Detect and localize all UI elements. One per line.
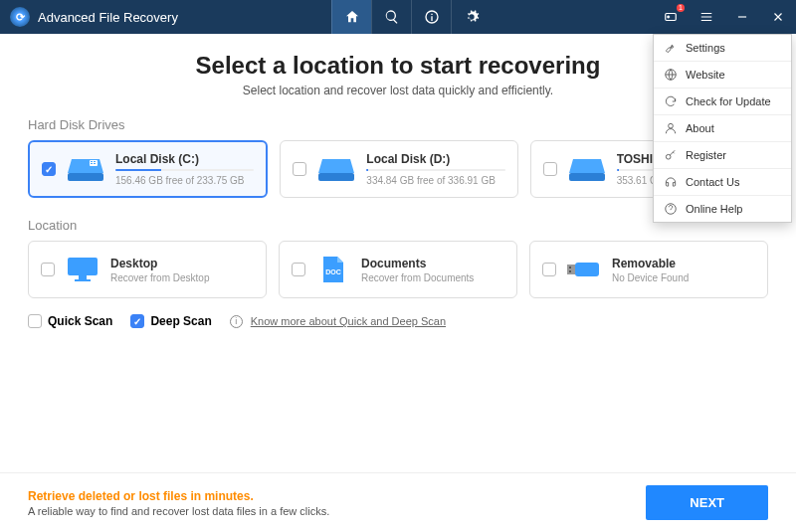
drive-icon [316,155,356,183]
document-icon: DOC [315,255,351,284]
svg-rect-10 [91,163,93,164]
titlebar: ⟳ Advanced File Recovery 1 [0,0,796,34]
location-name: Removable [612,257,755,270]
location-card-desktop[interactable]: Desktop Recover from Desktop [28,241,267,298]
scan-options: Quick Scan Deep Scan i Know more about Q… [28,314,768,328]
svg-rect-12 [318,173,354,181]
menu-label: Register [686,149,726,161]
svg-rect-9 [94,161,96,162]
deep-scan-checkbox[interactable] [130,314,144,328]
location-info: No Device Found [612,272,755,283]
menu-item-settings[interactable]: Settings [654,35,791,62]
help-icon [664,202,678,216]
next-button[interactable]: NEXT [646,485,768,520]
svg-rect-18 [567,265,575,274]
drive-icon [567,155,607,183]
hamburger-menu-button[interactable] [689,0,724,34]
svg-rect-13 [569,173,605,181]
svg-rect-15 [79,275,87,279]
drive-card-d[interactable]: Local Disk (D:) 334.84 GB free of 336.91… [280,140,517,198]
footer-headline: Retrieve deleted or lost files in minute… [28,489,329,503]
drive-info: 156.46 GB free of 233.75 GB [115,175,254,186]
app-logo-icon: ⟳ [10,7,30,27]
info-icon: i [230,315,243,328]
headset-icon [664,175,678,189]
svg-point-3 [669,123,674,128]
menu-item-website[interactable]: Website [654,62,791,89]
svg-rect-6 [68,173,103,181]
drive-checkbox[interactable] [543,162,557,176]
location-checkbox[interactable] [41,263,55,276]
menu-label: Contact Us [686,176,739,188]
menu-item-about[interactable]: About [654,115,791,142]
location-name: Desktop [110,257,254,270]
svg-rect-11 [94,163,96,164]
menu-label: Settings [686,42,725,54]
svg-rect-16 [75,279,91,281]
key-icon [664,148,678,162]
menu-item-contact[interactable]: Contact Us [654,169,791,196]
menu-label: Website [686,69,725,81]
minimize-button[interactable] [724,0,760,34]
nav-settings[interactable] [451,0,491,34]
nav-tabs [331,0,491,34]
drive-name: Local Disk (C:) [115,152,254,166]
quick-scan-checkbox[interactable] [28,314,42,328]
app-title: Advanced File Recovery [38,10,178,25]
notification-badge: 1 [677,4,685,12]
menu-label: Online Help [686,203,742,215]
quick-scan-label: Quick Scan [48,314,112,328]
svg-rect-8 [91,161,93,162]
svg-point-4 [666,154,671,159]
menu-item-help[interactable]: Online Help [654,196,791,222]
globe-icon [664,68,678,82]
location-name: Documents [361,257,504,270]
svg-rect-19 [575,263,599,276]
monitor-icon [65,255,100,284]
menu-label: Check for Update [686,95,771,107]
svg-rect-14 [68,258,98,275]
nav-info[interactable] [411,0,451,34]
footer-sub: A reliable way to find and recover lost … [28,505,329,517]
menu-item-update[interactable]: Check for Update [654,89,791,115]
drive-card-c[interactable]: Local Disk (C:) 156.46 GB free of 233.75… [28,140,268,198]
footer: Retrieve deleted or lost files in minute… [0,472,796,532]
drive-icon [66,155,105,183]
location-card-removable[interactable]: Removable No Device Found [529,241,768,298]
svg-point-1 [668,16,670,18]
usb-icon [566,255,602,284]
svg-rect-21 [569,270,571,272]
location-info: Recover from Documents [361,272,504,283]
location-checkbox[interactable] [292,263,305,276]
close-button[interactable] [760,0,796,34]
deep-scan-option[interactable]: Deep Scan [130,314,211,328]
location-card-documents[interactable]: DOC Documents Recover from Documents [279,241,517,298]
nav-search[interactable] [371,0,411,34]
deep-scan-label: Deep Scan [150,314,211,328]
svg-text:DOC: DOC [325,268,341,275]
drive-info: 334.84 GB free of 336.91 GB [366,175,504,186]
drive-checkbox[interactable] [293,162,306,176]
user-icon [664,121,678,135]
quick-scan-option[interactable]: Quick Scan [28,314,112,328]
drive-name: Local Disk (D:) [366,152,504,166]
menu-label: About [686,122,714,134]
refresh-icon [664,94,678,108]
svg-rect-20 [569,266,571,268]
hamburger-dropdown-menu: Settings Website Check for Update About … [653,34,792,223]
locations-row: Desktop Recover from Desktop DOC Documen… [28,241,768,298]
know-more-link[interactable]: Know more about Quick and Deep Scan [251,315,446,327]
menu-item-register[interactable]: Register [654,142,791,169]
nav-home[interactable] [331,0,371,34]
wrench-icon [664,41,678,55]
location-checkbox[interactable] [542,263,556,276]
notification-button[interactable]: 1 [653,0,689,34]
drive-checkbox[interactable] [42,162,56,176]
location-info: Recover from Desktop [110,272,254,283]
